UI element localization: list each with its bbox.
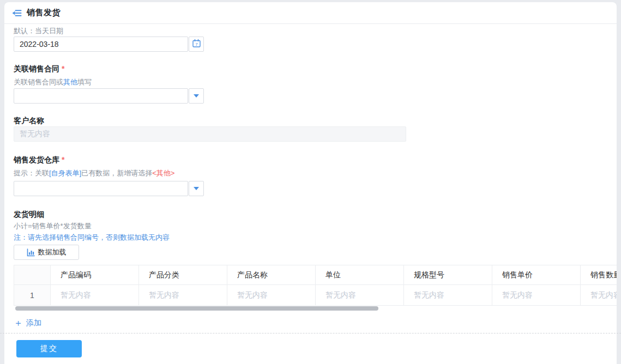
column-header: 规格型号 <box>404 265 492 285</box>
warehouse-hint-prefix: 提示：关联 <box>14 169 49 177</box>
contract-title-text: 关联销售合同 <box>14 64 59 73</box>
form-card: 销售发货 默认：当天日期 2022-03-18 7 关联销售合同* <box>4 2 617 364</box>
table-header-row: 产品编码产品分类产品名称单位规格型号销售单价销售数量 <box>14 265 617 285</box>
dashed-divider <box>0 333 621 333</box>
calendar-icon: 7 <box>192 39 201 50</box>
date-field-label: 默认：当天日期 <box>14 27 607 35</box>
contract-section-title: 关联销售合同* <box>14 64 607 74</box>
customer-section-title: 客户名称 <box>14 116 607 125</box>
data-load-button-label: 数据加载 <box>38 247 67 257</box>
warehouse-select-arrow-button[interactable] <box>189 181 204 196</box>
add-row-label: 添加 <box>26 318 41 328</box>
detail-table: 产品编码产品分类产品名称单位规格型号销售单价销售数量1暂无内容暂无内容暂无内容暂… <box>14 265 617 306</box>
column-header: 销售数量 <box>581 265 617 285</box>
subtotal-formula-text: 小计=销售单价*发货数量 <box>14 222 607 230</box>
contract-select-arrow-button[interactable] <box>189 88 204 104</box>
page-title: 销售发货 <box>27 8 61 18</box>
row-index-header <box>14 265 51 285</box>
table-cell[interactable]: 暂无内容 <box>581 285 617 306</box>
column-header: 销售单价 <box>492 265 581 285</box>
warehouse-title-text: 销售发货仓库 <box>14 155 59 164</box>
contract-hint-link[interactable]: 其他 <box>63 78 77 86</box>
contract-hint-prefix: 关联销售合同或 <box>14 78 63 86</box>
table-cell[interactable]: 暂无内容 <box>51 285 139 306</box>
form-content: 默认：当天日期 2022-03-18 7 关联销售合同* 关联销售合同或其他填写 <box>4 27 617 357</box>
svg-text:7: 7 <box>195 42 198 47</box>
contract-hint-suffix: 填写 <box>77 78 92 86</box>
warehouse-hint-red: <其他> <box>152 169 174 177</box>
submit-button[interactable]: 提交 <box>16 340 82 357</box>
column-header: 产品编码 <box>51 265 139 285</box>
table-cell[interactable]: 暂无内容 <box>316 285 404 306</box>
add-row-button[interactable]: ＋ 添加 <box>14 318 41 328</box>
contract-select-input[interactable] <box>14 88 188 104</box>
column-header: 产品分类 <box>139 265 227 285</box>
data-load-button[interactable]: 数据加载 <box>14 245 79 260</box>
calendar-picker-button[interactable]: 7 <box>189 37 204 52</box>
warehouse-select-input[interactable] <box>14 181 188 196</box>
required-asterisk: * <box>62 64 64 73</box>
warehouse-hint: 提示：关联[自身表单]已有数据，新增请选择<其他> <box>14 169 607 178</box>
table-cell[interactable]: 暂无内容 <box>404 285 492 306</box>
date-input[interactable]: 2022-03-18 <box>14 37 188 52</box>
table-cell[interactable]: 暂无内容 <box>492 285 581 306</box>
detail-note-text: 注：请先选择销售合同编号，否则数据加载无内容 <box>14 233 607 242</box>
warehouse-section-title: 销售发货仓库* <box>14 155 607 165</box>
row-index-cell: 1 <box>14 285 51 306</box>
required-asterisk: * <box>62 155 64 164</box>
chevron-down-icon <box>194 94 199 98</box>
page-header: 销售发货 <box>4 2 617 24</box>
table-row: 1暂无内容暂无内容暂无内容暂无内容暂无内容暂无内容暂无内容 <box>14 285 617 306</box>
contract-hint: 关联销售合同或其他填写 <box>14 78 607 87</box>
horizontal-scrollbar-thumb[interactable] <box>15 306 378 311</box>
bar-chart-icon <box>27 248 35 257</box>
customer-name-input: 暂无内容 <box>14 126 406 142</box>
chevron-down-icon <box>194 187 199 190</box>
column-header: 产品名称 <box>227 265 316 285</box>
back-collapse-icon[interactable] <box>12 9 22 17</box>
warehouse-hint-mid: 已有数据，新增请选择 <box>81 169 152 177</box>
detail-table-container: 产品编码产品分类产品名称单位规格型号销售单价销售数量1暂无内容暂无内容暂无内容暂… <box>14 265 617 306</box>
warehouse-hint-link[interactable]: [自身表单] <box>49 169 81 177</box>
table-cell[interactable]: 暂无内容 <box>227 285 316 306</box>
plus-icon: ＋ <box>14 319 23 327</box>
table-cell[interactable]: 暂无内容 <box>139 285 227 306</box>
column-header: 单位 <box>316 265 404 285</box>
detail-section-title: 发货明细 <box>14 209 607 219</box>
